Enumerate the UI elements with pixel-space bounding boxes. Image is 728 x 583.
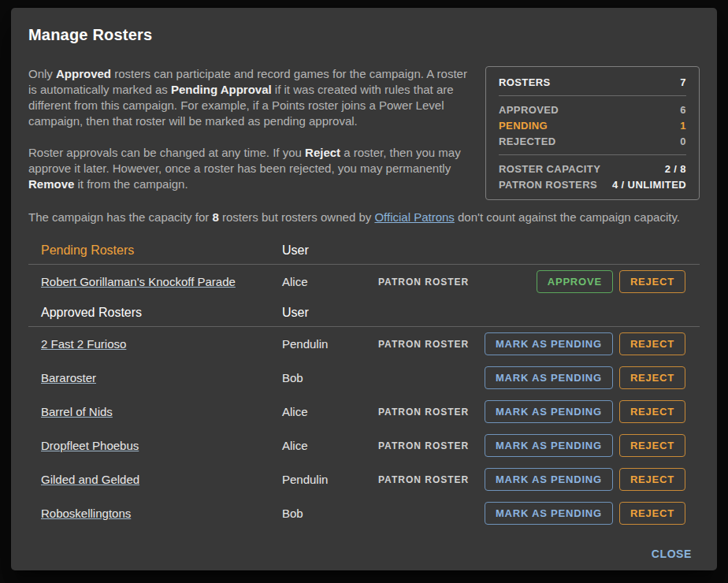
stat-value: 0 [680,136,686,147]
stat-row-rosters: ROSTERS 7 [499,74,686,90]
stat-value: 7 [680,76,686,88]
roster-user: Alice [282,275,378,288]
text-segment: it from the campaign. [74,177,188,191]
approved-roster-row: Gilded and Gelded Pendulin PATRON ROSTER… [28,462,700,496]
text-segment-bold: Pending Approval [171,83,272,96]
reject-button[interactable]: REJECT [619,468,685,491]
stat-label: PATRON ROSTERS [499,179,597,191]
approved-rosters-header-row: Approved Rosters User [28,299,700,327]
reject-button[interactable]: REJECT [619,270,685,293]
reject-button[interactable]: REJECT [619,434,685,457]
mark-as-pending-button[interactable]: MARK AS PENDING [485,400,613,423]
text-segment-bold: 8 [212,210,218,224]
dialog-footer: CLOSE [28,541,700,566]
mark-as-pending-button[interactable]: MARK AS PENDING [485,502,613,525]
reject-button[interactable]: REJECT [619,366,685,389]
patron-roster-badge: PATRON ROSTER [378,440,485,451]
stat-row-rejected: REJECTED 0 [499,133,686,149]
pending-roster-row: Robert Gorillaman's Knockoff Parade Alic… [28,265,700,299]
text-segment: don't count against the campaign capacit… [455,210,680,224]
roster-name-link[interactable]: Barrel of Nids [41,405,113,418]
approved-roster-row: Dropfleet Phoebus Alice PATRON ROSTER MA… [28,429,700,462]
page-title: Manage Rosters [28,25,700,44]
pending-rosters-heading: Pending Rosters [28,243,282,258]
text-segment-bold: Approved [56,67,111,80]
manage-rosters-dialog: Manage Rosters ROSTERS 7 APPROVED 6 PEND… [11,8,717,570]
stat-label: PENDING [499,120,548,132]
stat-label: APPROVED [499,104,559,116]
mark-as-pending-button[interactable]: MARK AS PENDING [485,468,613,491]
intro-section: ROSTERS 7 APPROVED 6 PENDING 1 REJECTED … [28,66,700,192]
stat-row-pending: PENDING 1 [499,117,686,133]
roster-name-link[interactable]: Bararoster [41,371,96,384]
roster-user: Bob [282,507,378,520]
reject-button[interactable]: REJECT [619,332,685,355]
roster-user: Pendulin [282,337,378,351]
reject-button[interactable]: REJECT [619,400,685,423]
roster-name-link[interactable]: Dropfleet Phoebus [41,439,139,452]
approved-roster-row: Roboskellingtons Bob MARK AS PENDING REJ… [28,496,700,530]
roster-stats-panel: ROSTERS 7 APPROVED 6 PENDING 1 REJECTED … [485,66,700,200]
stat-row-roster-capacity: ROSTER CAPACITY 2 / 8 [499,161,686,176]
mark-as-pending-button[interactable]: MARK AS PENDING [485,366,613,389]
approved-roster-row: 2 Fast 2 Furioso Pendulin PATRON ROSTER … [28,327,700,361]
approved-roster-row: Barrel of Nids Alice PATRON ROSTER MARK … [28,395,700,429]
mark-as-pending-button[interactable]: MARK AS PENDING [485,332,613,355]
text-segment: Roster approvals can be changed at any t… [28,146,305,159]
stat-row-patron-rosters: PATRON ROSTERS 4 / UNLIMITED [499,176,686,192]
roster-name-link[interactable]: Robert Gorillaman's Knockoff Parade [41,275,236,288]
patron-roster-badge: PATRON ROSTER [378,407,485,418]
stat-label: REJECTED [499,136,556,147]
text-segment: rosters but rosters owned by [219,210,375,224]
stat-row-approved: APPROVED 6 [499,102,686,117]
official-patrons-link[interactable]: Official Patrons [374,210,454,224]
patron-roster-badge: PATRON ROSTER [378,277,537,288]
roster-user: Alice [282,405,378,418]
text-segment-bold: Remove [28,177,74,191]
close-button[interactable]: CLOSE [644,541,700,566]
stat-value: 6 [680,104,686,116]
roster-user: Alice [282,439,378,452]
text-segment-bold: Reject [305,146,340,159]
approve-button[interactable]: APPROVE [537,270,613,293]
stat-value: 1 [680,120,686,132]
roster-name-link[interactable]: 2 Fast 2 Furioso [41,337,126,351]
stats-divider [499,154,686,155]
approved-rosters-heading: Approved Rosters [28,306,282,320]
roster-table: Pending Rosters User Robert Gorillaman's… [28,236,700,530]
approved-roster-row: Bararoster Bob MARK AS PENDING REJECT [28,361,700,395]
pending-rosters-header-row: Pending Rosters User [28,236,700,265]
user-column-header: User [282,243,378,258]
text-segment: The campaign has the capacity for [28,210,212,224]
stat-label: ROSTER CAPACITY [499,163,600,175]
roster-user: Pendulin [282,473,378,486]
text-segment: Only [28,67,56,80]
roster-user: Bob [282,371,378,384]
stat-value: 2 / 8 [665,163,686,175]
mark-as-pending-button[interactable]: MARK AS PENDING [485,434,613,457]
stat-label: ROSTERS [499,76,551,88]
stat-value: 4 / UNLIMITED [612,179,686,191]
user-column-header: User [282,306,378,320]
reject-button[interactable]: REJECT [619,502,685,525]
stats-divider [499,95,686,96]
roster-name-link[interactable]: Gilded and Gelded [41,473,139,486]
roster-name-link[interactable]: Roboskellingtons [41,507,131,520]
patron-roster-badge: PATRON ROSTER [378,474,485,485]
patron-roster-badge: PATRON ROSTER [378,339,485,350]
capacity-note: The campaign has the capacity for 8 rost… [28,210,700,225]
